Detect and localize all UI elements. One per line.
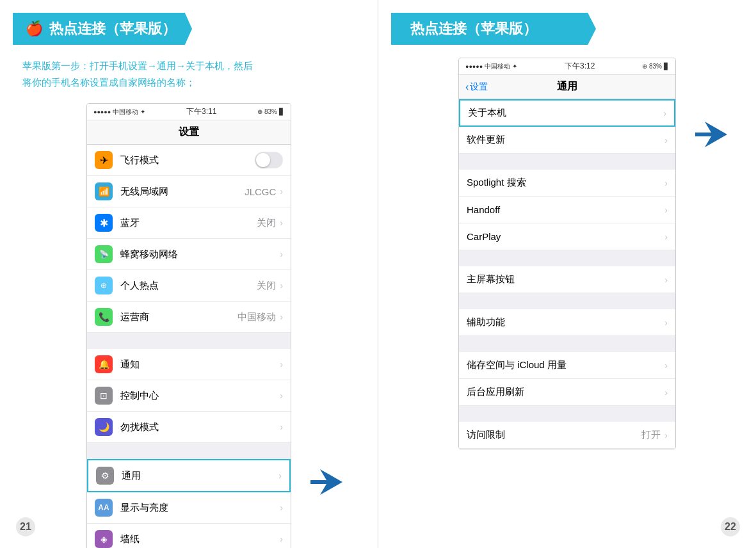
settings-row-home-button[interactable]: 主屏幕按钮 › xyxy=(459,266,675,293)
right-gap-1 xyxy=(459,154,675,170)
control-center-icon: ⊡ xyxy=(95,387,113,405)
section-gap-2 xyxy=(87,443,291,459)
hotspot-icon: ⊕ xyxy=(95,277,113,294)
settings-row-restrictions[interactable]: 访问限制 打开 › xyxy=(459,422,675,449)
settings-section-1: ✈ 飞行模式 📶 无线局域网 JLCGC › ✱ 蓝牙 xyxy=(87,145,291,333)
right-nav-bar: ‹ 设置 通用 xyxy=(459,75,675,99)
page-number-right: 22 xyxy=(721,517,740,536)
svg-marker-1 xyxy=(695,122,727,147)
nav-title: 设置 xyxy=(179,125,199,139)
arrow-right xyxy=(692,118,730,153)
settings-row-general[interactable]: ⚙ 通用 › xyxy=(87,459,291,492)
settings-row-carrier[interactable]: 📞 运营商 中国移动 › xyxy=(87,302,291,333)
right-section-2: Spotlight 搜索 › Handoff › CarPlay › xyxy=(459,170,675,250)
wifi-icon: 📶 xyxy=(95,182,113,200)
settings-list-right: 关于本机 › 软件更新 › Spotlight 搜索 › xyxy=(459,99,675,449)
right-status-bar: ●●●●● 中国移动 ✦ 下午3:12 ⊕ 83% ▊ xyxy=(459,58,675,75)
settings-row-dnd[interactable]: 🌙 勿扰模式 › xyxy=(87,412,291,443)
nav-bar-settings: 设置 xyxy=(87,120,291,145)
settings-section-2: 🔔 通知 › ⊡ 控制中心 › 🌙 勿扰模式 › xyxy=(87,349,291,443)
settings-row-accessibility[interactable]: 辅助功能 › xyxy=(459,309,675,336)
right-gap-4 xyxy=(459,336,675,352)
page-number-left: 21 xyxy=(16,517,35,536)
nav-back-button[interactable]: ‹ 设置 xyxy=(465,81,488,93)
cellular-icon: 📡 xyxy=(95,245,113,263)
settings-row-display[interactable]: AA 显示与亮度 › xyxy=(87,492,291,524)
notifications-icon: 🔔 xyxy=(95,355,113,373)
carrier-icon: 📞 xyxy=(95,308,113,326)
right-gap-5 xyxy=(459,406,675,422)
apple-icon: 🍎 xyxy=(26,20,43,37)
general-icon: ⚙ xyxy=(96,467,114,485)
right-phone-mockup: ●●●●● 中国移动 ✦ 下午3:12 ⊕ 83% ▊ ‹ 设置 通用 xyxy=(458,58,676,449)
settings-list-left: ✈ 飞行模式 📶 无线局域网 JLCGC › ✱ 蓝牙 xyxy=(87,145,291,548)
dnd-icon: 🌙 xyxy=(95,418,113,436)
settings-row-spotlight[interactable]: Spotlight 搜索 › xyxy=(459,170,675,197)
right-section-4: 辅助功能 › xyxy=(459,309,675,336)
bluetooth-icon: ✱ xyxy=(95,214,113,232)
settings-row-software-update[interactable]: 软件更新 › xyxy=(459,127,675,154)
section-gap-1 xyxy=(87,333,291,349)
right-gap-3 xyxy=(459,293,675,309)
status-bar: ●●●●● 中国移动 ✦ 下午3:11 ⊕ 83% ▊ xyxy=(87,104,291,120)
right-section-1: 关于本机 › 软件更新 › xyxy=(459,99,675,154)
settings-row-hotspot[interactable]: ⊕ 个人热点 关闭 › xyxy=(87,270,291,302)
right-section-5: 储存空间与 iCloud 用量 › 后台应用刷新 › xyxy=(459,352,675,406)
settings-row-airplane[interactable]: ✈ 飞行模式 xyxy=(87,145,291,176)
right-nav-title: 通用 xyxy=(557,80,577,93)
settings-row-cellular[interactable]: 📡 蜂窝移动网络 › xyxy=(87,239,291,270)
wallpaper-icon: ◈ xyxy=(95,530,113,548)
arrow-left xyxy=(307,466,346,501)
display-icon: AA xyxy=(95,499,113,517)
left-header: 🍎 热点连接（苹果版） xyxy=(13,13,192,45)
settings-row-wallpaper[interactable]: ◈ 墙纸 › xyxy=(87,524,291,548)
settings-row-notifications[interactable]: 🔔 通知 › xyxy=(87,349,291,380)
settings-row-background-app[interactable]: 后台应用刷新 › xyxy=(459,379,675,406)
left-phone-mockup: ●●●●● 中国移动 ✦ 下午3:11 ⊕ 83% ▊ 设置 xyxy=(86,103,291,548)
right-page: 热点连接（苹果版） ●●●●● 中国移动 ✦ 下午3:12 ⊕ 83% ▊ xyxy=(378,0,756,548)
instruction-text: 苹果版第一步：打开手机设置→通用→关于本机，然后 将你的手机名称设置成自家网络的… xyxy=(22,58,365,90)
right-gap-2 xyxy=(459,250,675,266)
settings-row-wifi[interactable]: 📶 无线局域网 JLCGC › xyxy=(87,176,291,207)
right-section-3: 主屏幕按钮 › xyxy=(459,266,675,293)
svg-marker-0 xyxy=(310,469,342,495)
settings-section-3: ⚙ 通用 › AA 显示与亮度 › ◈ 墙纸 › � xyxy=(87,459,291,548)
settings-row-about[interactable]: 关于本机 › xyxy=(459,99,675,127)
right-header: 热点连接（苹果版） xyxy=(391,13,596,45)
settings-row-carplay[interactable]: CarPlay › xyxy=(459,223,675,250)
airplane-toggle[interactable] xyxy=(255,152,283,168)
settings-row-bluetooth[interactable]: ✱ 蓝牙 关闭 › xyxy=(87,207,291,239)
settings-row-control-center[interactable]: ⊡ 控制中心 › xyxy=(87,380,291,412)
settings-row-handoff[interactable]: Handoff › xyxy=(459,197,675,223)
left-page: 🍎 热点连接（苹果版） 苹果版第一步：打开手机设置→通用→关于本机，然后 将你的… xyxy=(0,0,378,548)
settings-row-storage[interactable]: 储存空间与 iCloud 用量 › xyxy=(459,352,675,379)
right-section-6: 访问限制 打开 › xyxy=(459,422,675,449)
airplane-icon: ✈ xyxy=(95,151,113,169)
